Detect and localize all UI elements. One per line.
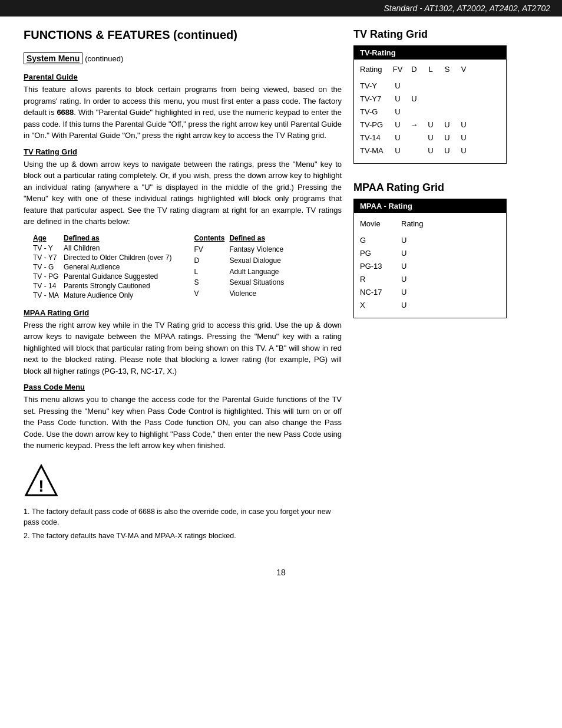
definition-tables: Age Defined as TV - Y All Children TV - … [33, 233, 342, 300]
mpaa-rating-col-header: Rating [401, 219, 424, 228]
tv-ma-v: U [455, 146, 472, 155]
parental-guide-text: This feature allows parents to block cer… [24, 84, 342, 141]
age-cell: TV - Y7 [33, 253, 64, 262]
mpaa-x-label: X [360, 301, 401, 309]
mpaa-heading: MPAA Rating Grid [24, 308, 342, 317]
tv-y-fv: U [389, 81, 406, 90]
mpaa-x-row: X U [360, 299, 500, 311]
table-row: TV - PG Parental Guidance Suggested [33, 272, 176, 281]
tv-14-v: U [455, 133, 472, 142]
tv-14-label: TV-14 [360, 133, 389, 142]
tv-pg-s: U [439, 120, 455, 129]
contents-table: Contents Defined as FV Fantasy Violence … [194, 233, 289, 300]
d-col-header: D [406, 65, 422, 74]
v-col-header: V [455, 65, 472, 74]
contents-header-row: Contents Defined as [194, 233, 289, 245]
def-cell: All Children [64, 243, 176, 253]
rating-col-label: Rating [360, 65, 389, 74]
table-row: L Adult Language [194, 267, 289, 278]
mpaa-x-val: U [401, 301, 406, 309]
tv-pg-v: U [455, 120, 472, 129]
def-cell: Parents Strongly Cautioned [64, 281, 176, 291]
mpaa-rating-title: MPAA Rating Grid [353, 182, 518, 194]
tv-rating-title: TV Rating Grid [353, 28, 518, 41]
mpaa-r-row: R U [360, 273, 500, 285]
page-number: 18 [0, 568, 562, 589]
tv-rating-box-header: TV-Rating [354, 46, 506, 60]
def-cell: Parental Guidance Suggested [64, 272, 176, 281]
mpaa-g-label: G [360, 236, 401, 245]
main-content: FUNCTIONS & FEATURES (continued) System … [0, 17, 562, 556]
mpaa-nc17-val: U [401, 288, 406, 297]
warning-container: ! [24, 463, 342, 500]
mpaa-grid-body: Movie Rating G U PG U [354, 213, 506, 318]
table-row: FV Fantasy Violence [194, 245, 289, 256]
mpaa-pg13-val: U [401, 262, 406, 271]
mpaa-col-header-row: Movie Rating [360, 218, 500, 229]
age-table-header-row: Age Defined as [33, 233, 176, 243]
pass-code-text: This menu allows you to change the acces… [24, 394, 342, 452]
fv-col-header: FV [389, 65, 406, 74]
mpaa-r-label: R [360, 275, 401, 284]
tv-pg-d: → [406, 120, 422, 129]
l-col-header: L [422, 65, 439, 74]
tv-ma-l: U [422, 146, 439, 155]
right-column: TV Rating Grid TV-Rating Rating FV D L S… [353, 28, 518, 544]
parental-guide-heading: Parental Guide [24, 73, 342, 81]
tv-g-row: TV-G U [360, 106, 500, 117]
tv-rating-box: TV-Rating Rating FV D L S V [353, 45, 507, 164]
age-cell: TV - G [33, 262, 64, 272]
age-cell: TV - Y [33, 243, 64, 253]
tv-pg-row: TV-PG U → U U U [360, 118, 500, 130]
tv-y7-label: TV-Y7 [360, 94, 389, 103]
tv-y-label: TV-Y [360, 81, 389, 90]
tv-14-row: TV-14 U U U U [360, 131, 500, 143]
tv-col-header-row: Rating FV D L S V [360, 63, 500, 75]
tv-y7-d: U [406, 94, 422, 103]
def-cell: Mature Audience Only [64, 291, 176, 300]
left-column: FUNCTIONS & FEATURES (continued) System … [24, 28, 342, 544]
def-cell: Sexual Situations [229, 278, 289, 289]
def-cell: Sexual Dialogue [229, 256, 289, 267]
table-row: TV - Y All Children [33, 243, 176, 253]
tv-pg-label: TV-PG [360, 120, 389, 129]
table-row: TV - G General Audience [33, 262, 176, 272]
mpaa-nc17-label: NC-17 [360, 288, 401, 297]
mpaa-pg13-row: PG-13 U [360, 260, 500, 272]
system-menu-heading: System Menu [24, 52, 82, 64]
tv-g-fv: U [389, 107, 406, 116]
table-row: TV - 14 Parents Strongly Cautioned [33, 281, 176, 291]
system-menu-row: System Menu (continued) [24, 52, 342, 67]
page-title: FUNCTIONS & FEATURES (continued) [24, 28, 342, 42]
tv-14-s: U [439, 133, 455, 142]
mpaa-pg-label: PG [360, 249, 401, 258]
tv-y7-fv: U [389, 94, 406, 103]
tv-y-row: TV-Y U [360, 80, 500, 91]
svg-text:!: ! [38, 477, 44, 495]
header-bar: Standard - AT1302, AT2002, AT2402, AT270… [0, 0, 562, 17]
mpaa-text: Press the right arrow key while in the T… [24, 319, 342, 377]
age-cell: TV - MA [33, 291, 64, 300]
mpaa-pg-row: PG U [360, 247, 500, 259]
mpaa-rating-box: MPAA - Rating Movie Rating G U [353, 199, 507, 318]
tv-14-l: U [422, 133, 439, 142]
def-cell: Directed to Older Children (over 7) [64, 253, 176, 262]
table-row: D Sexual Dialogue [194, 256, 289, 267]
def-cell: General Audience [64, 262, 176, 272]
continued-label: (continued) [85, 54, 123, 63]
table-row: S Sexual Situations [194, 278, 289, 289]
pass-code-heading: Pass Code Menu [24, 383, 342, 391]
tv-ma-label: TV-MA [360, 146, 389, 155]
header-text: Standard - AT1302, AT2002, AT2402, AT270… [384, 4, 550, 13]
def-cell: Adult Language [229, 267, 289, 278]
code-cell: FV [194, 245, 229, 256]
mpaa-pg-val: U [401, 249, 406, 258]
age-cell: TV - 14 [33, 281, 64, 291]
page: Standard - AT1302, AT2002, AT2402, AT270… [0, 0, 562, 728]
code-cell: V [194, 289, 229, 300]
mpaa-movie-col-header: Movie [360, 219, 401, 228]
tv-ma-row: TV-MA U U U U [360, 144, 500, 156]
table-row: TV - Y7 Directed to Older Children (over… [33, 253, 176, 262]
contents-def-header: Defined as [229, 233, 289, 245]
mpaa-nc17-row: NC-17 U [360, 286, 500, 298]
